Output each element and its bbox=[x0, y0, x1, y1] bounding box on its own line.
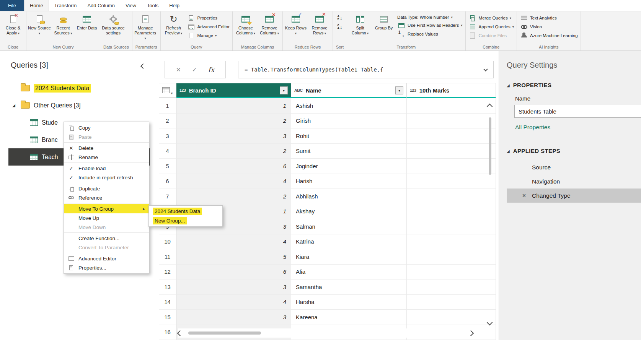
row-number[interactable]: 12 bbox=[159, 265, 176, 280]
remove-rows-button[interactable]: Remove Rows ▾ bbox=[308, 12, 331, 44]
applied-steps-section-header[interactable]: APPLIED STEPS bbox=[507, 148, 641, 154]
scroll-down-icon[interactable] bbox=[487, 320, 493, 326]
row-number[interactable]: 11 bbox=[159, 249, 176, 265]
use-first-row-as-headers-button[interactable]: Use First Row as Headers▾ bbox=[397, 22, 463, 28]
cell-branch-id[interactable]: 4 bbox=[176, 174, 291, 189]
cell-branch-id[interactable]: 1 bbox=[176, 98, 291, 114]
cell-name[interactable]: Abhilash bbox=[291, 189, 407, 204]
properties-button[interactable]: Properties bbox=[187, 15, 230, 21]
row-number[interactable]: 16 bbox=[159, 325, 176, 340]
cell-name[interactable]: Harish bbox=[291, 174, 407, 189]
commit-formula-icon[interactable]: ✓ bbox=[192, 66, 197, 73]
scroll-right-icon[interactable] bbox=[468, 330, 474, 336]
column-header-branch-id[interactable]: 123Branch ID▾ bbox=[176, 83, 291, 98]
applied-step-changed-type[interactable]: ✕Changed Type bbox=[507, 188, 641, 203]
row-number[interactable]: 6 bbox=[159, 174, 176, 189]
cell-name[interactable]: Ashish bbox=[291, 98, 407, 114]
manage-button[interactable]: Manage▾ bbox=[187, 32, 230, 39]
cell-name[interactable]: Sumit bbox=[291, 144, 407, 159]
column-header-name[interactable]: ABCName▾ bbox=[291, 83, 407, 98]
cell-10th-marks[interactable] bbox=[407, 249, 496, 265]
cell-name[interactable]: Salman bbox=[291, 219, 407, 234]
cell-name[interactable]: Alia bbox=[291, 265, 407, 280]
cell-10th-marks[interactable] bbox=[407, 310, 496, 325]
cell-branch-id[interactable]: 2 bbox=[176, 189, 291, 204]
data-source-settings-button[interactable]: Data source settings bbox=[102, 12, 125, 44]
collapse-queries-pane-button[interactable] bbox=[141, 63, 145, 69]
choose-columns-button[interactable]: Choose Columns ▾ bbox=[234, 12, 257, 44]
remove-columns-button[interactable]: Remove Columns ▾ bbox=[258, 12, 281, 44]
cell-branch-id[interactable]: 4 bbox=[176, 295, 291, 310]
query-item-other-queries-3[interactable]: Other Queries [3] bbox=[8, 97, 150, 114]
cell-name[interactable]: Samantha bbox=[291, 280, 407, 295]
scroll-left-icon[interactable] bbox=[177, 330, 183, 336]
applied-step-source[interactable]: Source bbox=[507, 160, 641, 174]
group-by-button[interactable]: Group By bbox=[372, 12, 395, 44]
append-queries-button[interactable]: Append Queries▾ bbox=[468, 24, 514, 30]
horizontal-scroll-thumb[interactable] bbox=[188, 332, 261, 335]
cell-branch-id[interactable]: 6 bbox=[176, 265, 291, 280]
cell-branch-id[interactable]: 5 bbox=[176, 249, 291, 265]
table-select-all-button[interactable]: ▾ bbox=[159, 83, 176, 98]
menu-tab-tools[interactable]: Tools bbox=[142, 0, 164, 11]
menu-tab-help[interactable]: Help bbox=[164, 0, 185, 11]
menu-item-enable-load[interactable]: ✓Enable load bbox=[64, 164, 149, 173]
properties-section-header[interactable]: PROPERTIES bbox=[507, 82, 641, 88]
expand-formula-bar-icon[interactable] bbox=[483, 67, 488, 71]
all-properties-link[interactable]: All Properties bbox=[515, 124, 550, 131]
cell-10th-marks[interactable] bbox=[407, 295, 496, 310]
cancel-formula-icon[interactable]: ✕ bbox=[176, 66, 181, 73]
row-number[interactable]: 13 bbox=[159, 280, 176, 295]
cell-10th-marks[interactable] bbox=[407, 144, 496, 159]
cell-10th-marks[interactable] bbox=[407, 114, 496, 129]
fx-icon[interactable]: fx bbox=[208, 66, 215, 74]
row-number[interactable]: 7 bbox=[159, 189, 176, 204]
menu-item-copy[interactable]: Copy bbox=[64, 123, 149, 132]
submenu-item-new-group[interactable]: New Group... bbox=[149, 216, 222, 226]
cell-name[interactable]: Rohit bbox=[291, 128, 407, 144]
query-item-2024-students-data[interactable]: 2024 Students Data bbox=[8, 80, 150, 97]
cell-10th-marks[interactable] bbox=[407, 189, 496, 204]
row-number[interactable]: 1 bbox=[159, 98, 176, 114]
cell-10th-marks[interactable] bbox=[407, 219, 496, 234]
menu-tab-view[interactable]: View bbox=[120, 0, 142, 11]
azure-machine-learning-button[interactable]: Azure Machine Learning bbox=[520, 32, 578, 39]
menu-item-advanced-editor[interactable]: Advanced Editor bbox=[64, 254, 149, 263]
row-number[interactable]: 5 bbox=[159, 159, 176, 174]
row-number[interactable]: 4 bbox=[159, 144, 176, 159]
menu-item-move-up[interactable]: Move Up bbox=[64, 213, 149, 223]
keep-rows-button[interactable]: Keep Rows ▾ bbox=[284, 12, 307, 44]
cell-name[interactable]: Harsha bbox=[291, 295, 407, 310]
filter-dropdown-icon[interactable]: ▾ bbox=[280, 86, 288, 94]
menu-item-reference[interactable]: Reference bbox=[64, 193, 149, 202]
sort-az-button[interactable] bbox=[336, 15, 344, 21]
text-analytics-button[interactable]: Text Analytics bbox=[520, 15, 578, 21]
menu-tab-home[interactable]: Home bbox=[24, 0, 49, 11]
replace-values-button[interactable]: Replace Values bbox=[397, 31, 463, 37]
horizontal-scrollbar[interactable] bbox=[178, 328, 473, 338]
file-menu[interactable]: File bbox=[0, 0, 24, 11]
cell-branch-id[interactable]: 2 bbox=[176, 144, 291, 159]
cell-name[interactable]: Joginder bbox=[291, 159, 407, 174]
cell-name[interactable]: Katrina bbox=[291, 234, 407, 250]
cell-10th-marks[interactable] bbox=[407, 159, 496, 174]
recent-sources-button[interactable]: Recent Sources ▾ bbox=[52, 12, 75, 44]
horizontal-scroll-track[interactable] bbox=[188, 332, 463, 335]
advanced-editor-button[interactable]: Advanced Editor bbox=[187, 24, 230, 30]
cell-branch-id[interactable]: 3 bbox=[176, 280, 291, 295]
cell-branch-id[interactable]: 6 bbox=[176, 159, 291, 174]
cell-branch-id[interactable]: 3 bbox=[176, 128, 291, 144]
cell-branch-id[interactable]: 2 bbox=[176, 114, 291, 129]
menu-item-create-function[interactable]: Create Function... bbox=[64, 234, 149, 243]
row-number[interactable]: 14 bbox=[159, 295, 176, 310]
menu-item-duplicate[interactable]: Duplicate bbox=[64, 184, 149, 193]
menu-item-include-in-report-refresh[interactable]: ✓Include in report refresh bbox=[64, 173, 149, 182]
split-column-button[interactable]: Split Column ▾ bbox=[349, 12, 372, 44]
cell-name[interactable]: Kareena bbox=[291, 310, 407, 325]
column-header-10th-marks[interactable]: 12310th Marks bbox=[407, 83, 496, 98]
cell-name[interactable]: Akshay bbox=[291, 204, 407, 219]
cell-name[interactable]: Girish bbox=[291, 114, 407, 129]
formula-input[interactable]: = Table.TransformColumnTypes(Table1_Tabl… bbox=[238, 61, 494, 78]
menu-tab-transform[interactable]: Transform bbox=[49, 0, 82, 11]
vertical-scrollbar[interactable] bbox=[486, 101, 494, 325]
